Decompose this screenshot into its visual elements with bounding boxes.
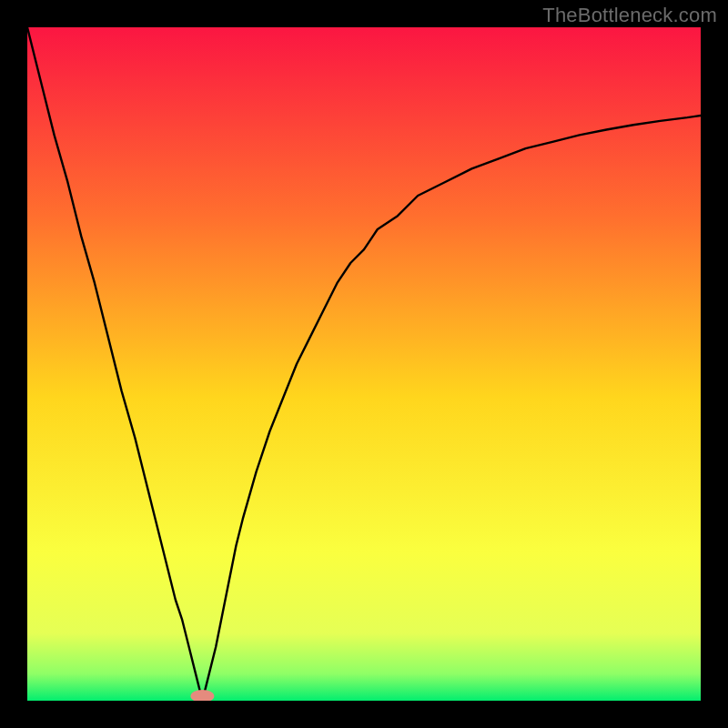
chart-frame: TheBottleneck.com — [0, 0, 728, 728]
watermark-text: TheBottleneck.com — [542, 4, 717, 27]
gradient-background — [27, 27, 701, 701]
plot-area — [27, 27, 701, 701]
chart-svg — [27, 27, 701, 701]
